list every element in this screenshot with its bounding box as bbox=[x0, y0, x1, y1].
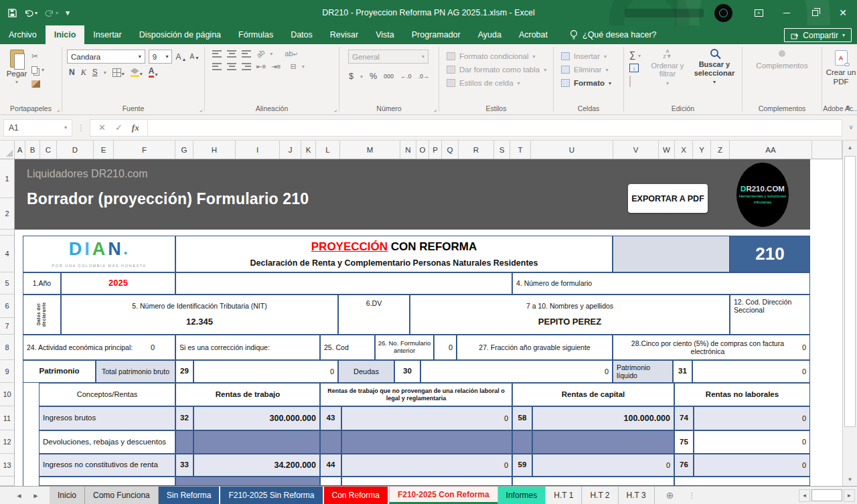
dialog-launcher-icon[interactable]: ⌟ bbox=[57, 106, 60, 112]
align-center-icon[interactable] bbox=[227, 63, 236, 70]
sheet-nav-left-icon[interactable]: ◄ bbox=[11, 487, 27, 504]
undo-button[interactable]: ▾ bbox=[24, 9, 37, 17]
table-header-rentas-trabajo-no-laboral[interactable]: Rentas de trabajo que no provengan de un… bbox=[320, 383, 512, 406]
partial-row-cell[interactable] bbox=[39, 477, 175, 486]
blocked-cell[interactable] bbox=[193, 430, 320, 454]
year-value-cell[interactable]: 2025 bbox=[61, 272, 175, 295]
declarant-sidebar-cell[interactable]: Datos del declarante bbox=[23, 295, 61, 335]
box-29-value-cell[interactable]: 0 bbox=[193, 360, 338, 383]
column-header[interactable]: K bbox=[301, 141, 316, 159]
align-top-icon[interactable] bbox=[212, 50, 222, 58]
column-header[interactable]: B bbox=[25, 141, 40, 159]
row-header[interactable]: 7 bbox=[0, 318, 14, 335]
horizontal-scrollbar[interactable]: ◄ ► bbox=[799, 487, 855, 504]
orientation-icon[interactable]: ab bbox=[255, 48, 266, 59]
partial-row-cell[interactable] bbox=[320, 477, 341, 486]
box-33-value-cell[interactable]: 34.200.000 bbox=[193, 454, 320, 477]
ribbon-tab[interactable]: Datos bbox=[282, 25, 321, 44]
ribbon-display-options-button[interactable]: ˄ bbox=[745, 0, 773, 25]
row-header[interactable]: 6 bbox=[0, 295, 14, 318]
sheet-tab[interactable]: Sin Reforma bbox=[159, 487, 221, 504]
user-avatar[interactable] bbox=[714, 4, 732, 22]
vertical-scrollbar-thumb[interactable] bbox=[844, 156, 856, 427]
box-32-cell[interactable]: 32 bbox=[175, 406, 193, 430]
sheet-tab[interactable]: H.T 2 bbox=[582, 487, 618, 504]
box-59-cell[interactable]: 59 bbox=[512, 454, 532, 477]
box-29-cell[interactable]: 29 bbox=[175, 360, 193, 383]
column-header[interactable]: Q bbox=[442, 141, 459, 159]
insert-function-button[interactable]: fx bbox=[132, 122, 139, 133]
blocked-cell[interactable] bbox=[320, 430, 341, 454]
ribbon-tab[interactable]: Fórmulas bbox=[230, 25, 282, 44]
autosum-button[interactable]: ∑ ▾ bbox=[629, 50, 641, 60]
ribbon-tab[interactable]: Revisar bbox=[321, 25, 367, 44]
column-header[interactable]: P bbox=[429, 141, 442, 159]
decrease-decimal-icon[interactable]: .0→ bbox=[418, 73, 430, 80]
sheet-tab[interactable]: Como Funciona bbox=[85, 487, 159, 504]
sheet-tab[interactable]: F210-2025 Sin Reforma bbox=[220, 487, 323, 504]
partial-row-cell[interactable] bbox=[341, 477, 512, 486]
sheet-tab[interactable]: Inicio bbox=[50, 487, 85, 504]
ribbon-tab[interactable]: Programador bbox=[403, 25, 469, 44]
box-74-cell[interactable]: 74 bbox=[674, 406, 694, 430]
empty-cell[interactable] bbox=[175, 272, 512, 295]
box-31-value-cell[interactable]: 0 bbox=[692, 360, 810, 383]
horizontal-scrollbar-thumb[interactable] bbox=[811, 489, 842, 501]
tab-bar-splitter[interactable]: ⋮ bbox=[688, 487, 696, 504]
increase-indent-icon[interactable]: ⇥≡ bbox=[271, 63, 281, 70]
box-58-cell[interactable]: 58 bbox=[512, 406, 532, 430]
prev-form-label-cell[interactable]: 26. No. Formulario anterior bbox=[375, 335, 434, 360]
row-header[interactable]: 3 bbox=[0, 230, 14, 236]
ribbon-tab[interactable]: Insertar bbox=[84, 25, 130, 44]
select-all-corner[interactable] bbox=[0, 141, 15, 159]
insert-cells-button[interactable]: Insertar▾ bbox=[556, 50, 621, 63]
create-pdf-button[interactable]: A Crear un PDF bbox=[824, 46, 857, 87]
patrimonio-liquido-label-cell[interactable]: Patrimonio líquido bbox=[613, 360, 673, 383]
italic-button[interactable]: K bbox=[81, 68, 86, 78]
column-header[interactable]: S bbox=[494, 141, 510, 159]
clear-button[interactable] bbox=[629, 76, 641, 86]
partial-row-cell[interactable] bbox=[512, 477, 674, 486]
align-right-icon[interactable] bbox=[242, 63, 251, 70]
formula-bar-expand-icon[interactable]: ˅ bbox=[849, 124, 853, 131]
ribbon-tab[interactable]: Archivo bbox=[0, 25, 46, 44]
correction-cell[interactable]: Si es una corrección indique: bbox=[175, 335, 320, 360]
column-header[interactable]: J bbox=[280, 141, 301, 159]
form-title-cell[interactable]: PROYECCIÓN CON REFORMA Declaración de Re… bbox=[175, 236, 613, 272]
activity-cell[interactable]: 24. Actividad económica principal: 0 bbox=[23, 335, 175, 360]
collapse-ribbon-icon[interactable]: ∧ bbox=[846, 103, 851, 112]
ribbon-tab[interactable]: Ayuda bbox=[469, 25, 510, 44]
align-bottom-icon[interactable] bbox=[242, 50, 251, 58]
share-button[interactable]: Compartir ▾ bbox=[784, 28, 852, 42]
row-label-cell[interactable]: Ingresos brutos bbox=[39, 406, 175, 430]
scroll-left-icon[interactable]: ◄ bbox=[799, 489, 810, 502]
row-header[interactable]: 12 bbox=[0, 430, 14, 454]
addins-button[interactable]: Complementos bbox=[745, 46, 820, 70]
row-header[interactable]: 4 bbox=[0, 236, 14, 272]
dialog-launcher-icon[interactable]: ⌟ bbox=[334, 106, 337, 112]
align-middle-icon[interactable] bbox=[227, 50, 236, 58]
font-name-combo[interactable]: Candara▾ bbox=[67, 50, 145, 64]
column-header[interactable]: U bbox=[531, 141, 613, 159]
decrease-indent-icon[interactable]: ⇤≡ bbox=[256, 63, 266, 70]
column-header[interactable]: M bbox=[340, 141, 400, 159]
row-header[interactable]: 2 bbox=[0, 198, 14, 230]
merge-center-icon[interactable]: ⊟ bbox=[290, 62, 296, 71]
ribbon-tab[interactable]: Acrobat bbox=[510, 25, 556, 44]
align-left-icon[interactable] bbox=[212, 63, 222, 70]
close-button[interactable]: ✕ bbox=[829, 0, 857, 25]
export-pdf-button[interactable]: EXPORTAR A PDF bbox=[628, 184, 708, 213]
dialog-launcher-icon[interactable]: ⌟ bbox=[200, 106, 202, 112]
partial-row-blocked-cell[interactable] bbox=[175, 477, 320, 486]
dv-cell[interactable]: 6.DV bbox=[338, 295, 410, 335]
patrimonio-label-cell[interactable]: Patrimonio bbox=[23, 360, 96, 383]
column-header[interactable]: I bbox=[236, 141, 280, 159]
fill-color-button[interactable]: ▾ bbox=[131, 68, 143, 77]
column-header[interactable]: E bbox=[94, 141, 114, 159]
table-header-rentas-no-laborales[interactable]: Rentas no laborales bbox=[674, 383, 810, 406]
row-header[interactable]: 11 bbox=[0, 406, 14, 430]
seccional-cell[interactable]: 12. Cod. Dirección Seccional bbox=[730, 295, 810, 335]
ribbon-tab[interactable]: Vista bbox=[367, 25, 403, 44]
increase-decimal-icon[interactable]: ←.0 bbox=[400, 73, 412, 80]
column-header[interactable]: N bbox=[400, 141, 416, 159]
